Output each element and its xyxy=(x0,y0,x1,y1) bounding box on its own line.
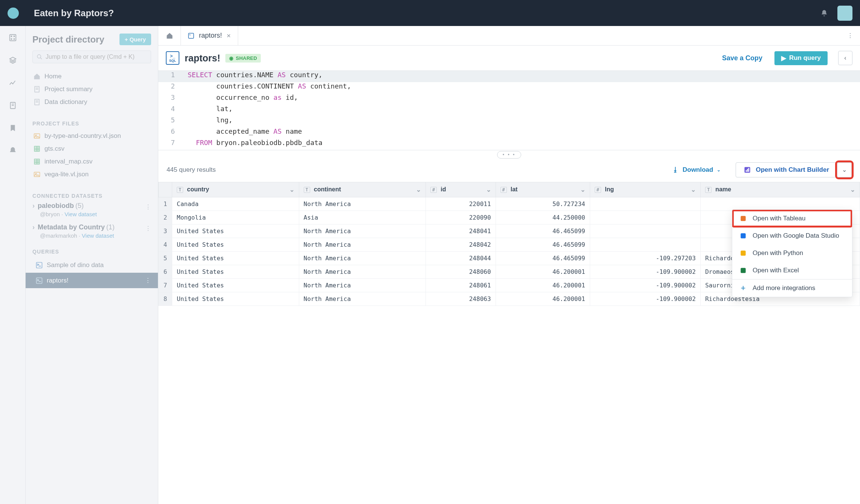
editor-panel: raptors! ✕ ⋮ >_SQL raptors! ◉SHARED Save… xyxy=(158,26,860,504)
dropdown-item[interactable]: Open with Tableau xyxy=(732,210,852,227)
view-dataset-link[interactable]: View dataset xyxy=(82,232,114,239)
code-line[interactable]: 1SELECT countries.NAME AS country, xyxy=(158,71,860,82)
file-label: vega-lite.vl.json xyxy=(44,171,89,178)
file-item[interactable]: gts.csv xyxy=(32,142,151,155)
chevron-left-icon: ‹ xyxy=(844,55,846,61)
nav-home[interactable]: Home xyxy=(32,70,151,83)
dropdown-item[interactable]: Open with Python xyxy=(732,244,852,262)
bell-icon[interactable] xyxy=(820,9,828,17)
collapse-button[interactable]: ‹ xyxy=(838,51,852,65)
integration-icon xyxy=(739,232,747,240)
rail-notify-icon[interactable] xyxy=(9,147,17,155)
type-icon: # xyxy=(500,187,507,193)
file-icon xyxy=(33,158,41,165)
column-header[interactable]: #lng⌄ xyxy=(590,182,700,197)
sql-icon xyxy=(188,32,194,39)
svg-rect-2 xyxy=(13,36,15,37)
svg-rect-42 xyxy=(741,268,745,273)
code-line[interactable]: 7 FROM bryon.paleobiodb.pbdb_data xyxy=(158,139,860,150)
nav-summary[interactable]: Project summary xyxy=(32,83,151,96)
chevron-down-icon[interactable]: ⌄ xyxy=(691,186,696,193)
type-icon: # xyxy=(595,187,601,193)
type-icon: # xyxy=(430,187,437,193)
code-line[interactable]: 6 accepted_name AS name xyxy=(158,127,860,139)
rail-chart-icon[interactable] xyxy=(9,79,17,87)
section-datasets: CONNECTED DATASETS xyxy=(32,193,151,199)
chevron-down-icon[interactable]: ⌄ xyxy=(289,186,294,193)
add-integrations-button[interactable]: +Add more integrations xyxy=(732,279,852,297)
app-logo[interactable] xyxy=(8,8,19,19)
file-item[interactable]: vega-lite.vl.json xyxy=(32,168,151,181)
tab-raptors[interactable]: raptors! ✕ xyxy=(181,26,238,45)
new-query-button[interactable]: + Query xyxy=(119,34,151,45)
rail-project-icon[interactable] xyxy=(9,34,17,42)
code-line[interactable]: 2 countries.CONTINENT AS continent, xyxy=(158,82,860,93)
code-line[interactable]: 5 lng, xyxy=(158,116,860,127)
dropdown-item[interactable]: Open with Excel xyxy=(732,262,852,279)
save-copy-button[interactable]: Save a Copy xyxy=(722,54,762,62)
column-header[interactable]: #id⌄ xyxy=(426,182,496,197)
query-item[interactable]: >_Sample of dino data xyxy=(32,258,151,273)
dataset-more-icon[interactable]: ⋮ xyxy=(145,225,151,232)
open-chart-builder-button[interactable]: Open with Chart Builder xyxy=(736,162,837,177)
resize-handle[interactable]: • • • xyxy=(497,151,521,159)
rail-bookmark-icon[interactable] xyxy=(9,124,17,132)
close-icon[interactable]: ✕ xyxy=(226,33,231,39)
doc-icon xyxy=(33,98,41,106)
svg-rect-37 xyxy=(747,169,748,172)
run-query-button[interactable]: ▶Run query xyxy=(774,51,828,65)
dataset-more-icon[interactable]: ⋮ xyxy=(145,203,151,211)
file-item[interactable]: by-type-and-country.vl.json xyxy=(32,130,151,142)
column-header[interactable]: Tname⌄ xyxy=(701,182,860,197)
rail-layers-icon[interactable] xyxy=(9,56,17,64)
svg-rect-39 xyxy=(741,216,745,221)
search-input-wrap[interactable] xyxy=(32,50,151,63)
chevron-down-icon[interactable]: ⌄ xyxy=(416,186,421,193)
sql-icon: >_ xyxy=(35,277,43,284)
rail-doc-icon[interactable] xyxy=(9,101,17,110)
column-header[interactable]: Tcountry⌄ xyxy=(172,182,299,197)
section-queries: QUERIES xyxy=(32,249,151,255)
chevron-down-icon[interactable]: ⌄ xyxy=(486,186,491,193)
avatar[interactable] xyxy=(837,6,852,21)
chevron-right-icon: › xyxy=(32,202,35,210)
svg-line-9 xyxy=(40,58,42,59)
doc-icon xyxy=(33,86,41,93)
tab-home-icon[interactable] xyxy=(158,26,181,45)
chevron-down-icon[interactable]: ⌄ xyxy=(850,186,855,193)
file-label: by-type-and-country.vl.json xyxy=(44,132,121,140)
dropdown-item[interactable]: Open with Google Data Studio xyxy=(732,227,852,244)
code-editor[interactable]: 1SELECT countries.NAME AS country,2 coun… xyxy=(158,71,860,150)
tab-menu-icon[interactable]: ⋮ xyxy=(847,32,853,39)
type-icon: T xyxy=(304,187,310,193)
search-input[interactable] xyxy=(46,53,147,60)
type-icon: T xyxy=(177,187,183,193)
code-line[interactable]: 3 occurrence_no as id, xyxy=(158,93,860,105)
file-item[interactable]: interval_map.csv xyxy=(32,155,151,168)
file-icon xyxy=(33,132,41,140)
sql-icon: >_ xyxy=(35,261,43,269)
sidebar-heading: Project directory xyxy=(32,34,104,45)
view-dataset-link[interactable]: View dataset xyxy=(64,211,97,217)
chevron-down-icon[interactable]: ⌄ xyxy=(580,186,585,193)
nav-dict[interactable]: Data dictionary xyxy=(32,96,151,108)
table-row[interactable]: 1CanadaNorth America22001150.727234 xyxy=(159,197,860,211)
svg-rect-4 xyxy=(13,38,15,40)
svg-rect-40 xyxy=(741,233,745,238)
query-item[interactable]: >_raptors!⋮ xyxy=(26,273,158,288)
dataset-toggle[interactable]: ›paleobiodb (5) xyxy=(32,202,151,210)
code-line[interactable]: 4 lat, xyxy=(158,105,860,116)
dataset-item: ›Metadata by Country (1)@markmarkoh · Vi… xyxy=(32,223,151,239)
open-with-dropdown-button[interactable]: ⌄ xyxy=(837,162,852,177)
svg-rect-38 xyxy=(748,168,750,172)
query-more-icon[interactable]: ⋮ xyxy=(145,276,151,284)
svg-text:>_: >_ xyxy=(37,278,41,281)
shared-badge: ◉SHARED xyxy=(225,54,261,63)
dataset-item: ›paleobiodb (5)@bryon · View dataset⋮ xyxy=(32,202,151,217)
download-button[interactable]: ⭳Download⌄ xyxy=(672,166,721,174)
tab-bar: raptors! ✕ ⋮ xyxy=(158,26,860,46)
sql-badge-icon: >_SQL xyxy=(166,51,179,65)
dataset-toggle[interactable]: ›Metadata by Country (1) xyxy=(32,223,151,231)
column-header[interactable]: Tcontinent⌄ xyxy=(299,182,426,197)
column-header[interactable]: #lat⌄ xyxy=(496,182,590,197)
